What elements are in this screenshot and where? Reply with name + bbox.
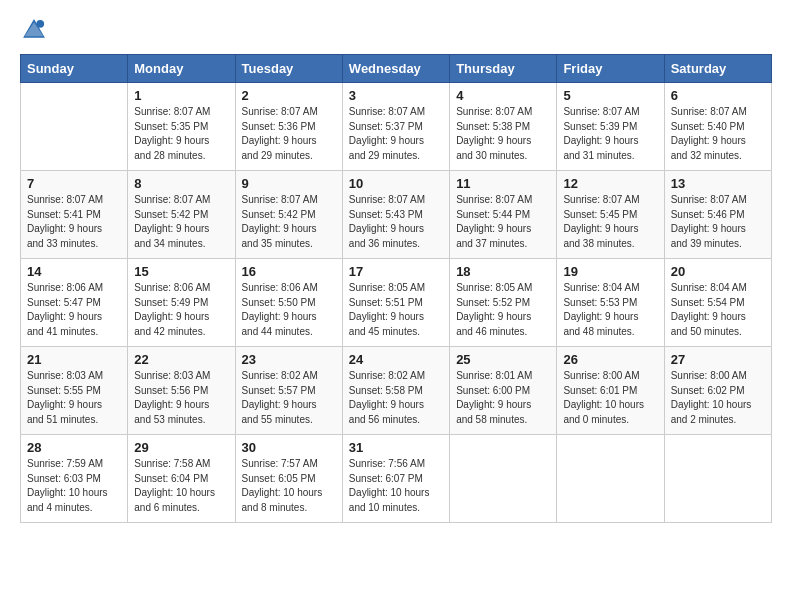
day-number: 24	[349, 352, 443, 367]
day-number: 29	[134, 440, 228, 455]
calendar-cell: 13Sunrise: 8:07 AM Sunset: 5:46 PM Dayli…	[664, 171, 771, 259]
day-info: Sunrise: 8:01 AM Sunset: 6:00 PM Dayligh…	[456, 369, 550, 427]
calendar-cell: 26Sunrise: 8:00 AM Sunset: 6:01 PM Dayli…	[557, 347, 664, 435]
calendar-cell: 14Sunrise: 8:06 AM Sunset: 5:47 PM Dayli…	[21, 259, 128, 347]
day-number: 17	[349, 264, 443, 279]
day-number: 23	[242, 352, 336, 367]
calendar-cell: 15Sunrise: 8:06 AM Sunset: 5:49 PM Dayli…	[128, 259, 235, 347]
day-number: 11	[456, 176, 550, 191]
day-info: Sunrise: 8:07 AM Sunset: 5:46 PM Dayligh…	[671, 193, 765, 251]
day-info: Sunrise: 8:07 AM Sunset: 5:43 PM Dayligh…	[349, 193, 443, 251]
weekday-header: Saturday	[664, 55, 771, 83]
calendar-cell: 5Sunrise: 8:07 AM Sunset: 5:39 PM Daylig…	[557, 83, 664, 171]
calendar-cell: 31Sunrise: 7:56 AM Sunset: 6:07 PM Dayli…	[342, 435, 449, 523]
calendar-cell: 9Sunrise: 8:07 AM Sunset: 5:42 PM Daylig…	[235, 171, 342, 259]
day-info: Sunrise: 8:03 AM Sunset: 5:55 PM Dayligh…	[27, 369, 121, 427]
day-number: 1	[134, 88, 228, 103]
day-info: Sunrise: 8:07 AM Sunset: 5:45 PM Dayligh…	[563, 193, 657, 251]
day-info: Sunrise: 8:07 AM Sunset: 5:37 PM Dayligh…	[349, 105, 443, 163]
calendar-cell: 18Sunrise: 8:05 AM Sunset: 5:52 PM Dayli…	[450, 259, 557, 347]
weekday-header: Sunday	[21, 55, 128, 83]
day-info: Sunrise: 8:07 AM Sunset: 5:41 PM Dayligh…	[27, 193, 121, 251]
day-info: Sunrise: 8:05 AM Sunset: 5:52 PM Dayligh…	[456, 281, 550, 339]
calendar-cell: 2Sunrise: 8:07 AM Sunset: 5:36 PM Daylig…	[235, 83, 342, 171]
day-info: Sunrise: 8:07 AM Sunset: 5:42 PM Dayligh…	[242, 193, 336, 251]
day-number: 27	[671, 352, 765, 367]
day-number: 13	[671, 176, 765, 191]
day-number: 28	[27, 440, 121, 455]
day-number: 16	[242, 264, 336, 279]
day-info: Sunrise: 8:07 AM Sunset: 5:36 PM Dayligh…	[242, 105, 336, 163]
calendar-cell: 11Sunrise: 8:07 AM Sunset: 5:44 PM Dayli…	[450, 171, 557, 259]
calendar-table: SundayMondayTuesdayWednesdayThursdayFrid…	[20, 54, 772, 523]
day-number: 30	[242, 440, 336, 455]
weekday-header: Monday	[128, 55, 235, 83]
day-info: Sunrise: 8:07 AM Sunset: 5:38 PM Dayligh…	[456, 105, 550, 163]
calendar-cell: 16Sunrise: 8:06 AM Sunset: 5:50 PM Dayli…	[235, 259, 342, 347]
day-info: Sunrise: 8:02 AM Sunset: 5:58 PM Dayligh…	[349, 369, 443, 427]
day-info: Sunrise: 8:07 AM Sunset: 5:44 PM Dayligh…	[456, 193, 550, 251]
day-info: Sunrise: 7:56 AM Sunset: 6:07 PM Dayligh…	[349, 457, 443, 515]
calendar-cell: 25Sunrise: 8:01 AM Sunset: 6:00 PM Dayli…	[450, 347, 557, 435]
weekday-header: Thursday	[450, 55, 557, 83]
day-number: 12	[563, 176, 657, 191]
day-number: 22	[134, 352, 228, 367]
logo-icon	[20, 16, 48, 44]
day-number: 14	[27, 264, 121, 279]
day-number: 25	[456, 352, 550, 367]
calendar-cell: 23Sunrise: 8:02 AM Sunset: 5:57 PM Dayli…	[235, 347, 342, 435]
day-number: 26	[563, 352, 657, 367]
day-number: 6	[671, 88, 765, 103]
day-number: 21	[27, 352, 121, 367]
weekday-header: Friday	[557, 55, 664, 83]
day-info: Sunrise: 8:07 AM Sunset: 5:39 PM Dayligh…	[563, 105, 657, 163]
day-info: Sunrise: 8:00 AM Sunset: 6:02 PM Dayligh…	[671, 369, 765, 427]
calendar-cell: 22Sunrise: 8:03 AM Sunset: 5:56 PM Dayli…	[128, 347, 235, 435]
calendar-cell: 1Sunrise: 8:07 AM Sunset: 5:35 PM Daylig…	[128, 83, 235, 171]
svg-point-3	[36, 20, 44, 28]
calendar-cell: 19Sunrise: 8:04 AM Sunset: 5:53 PM Dayli…	[557, 259, 664, 347]
day-info: Sunrise: 8:04 AM Sunset: 5:54 PM Dayligh…	[671, 281, 765, 339]
day-number: 19	[563, 264, 657, 279]
calendar-cell	[557, 435, 664, 523]
calendar-cell	[21, 83, 128, 171]
day-number: 31	[349, 440, 443, 455]
calendar-cell: 4Sunrise: 8:07 AM Sunset: 5:38 PM Daylig…	[450, 83, 557, 171]
day-info: Sunrise: 8:06 AM Sunset: 5:47 PM Dayligh…	[27, 281, 121, 339]
calendar-cell: 28Sunrise: 7:59 AM Sunset: 6:03 PM Dayli…	[21, 435, 128, 523]
calendar-cell: 24Sunrise: 8:02 AM Sunset: 5:58 PM Dayli…	[342, 347, 449, 435]
day-info: Sunrise: 8:02 AM Sunset: 5:57 PM Dayligh…	[242, 369, 336, 427]
calendar-cell: 20Sunrise: 8:04 AM Sunset: 5:54 PM Dayli…	[664, 259, 771, 347]
weekday-header: Wednesday	[342, 55, 449, 83]
day-number: 4	[456, 88, 550, 103]
day-info: Sunrise: 8:05 AM Sunset: 5:51 PM Dayligh…	[349, 281, 443, 339]
calendar-cell: 27Sunrise: 8:00 AM Sunset: 6:02 PM Dayli…	[664, 347, 771, 435]
day-info: Sunrise: 8:03 AM Sunset: 5:56 PM Dayligh…	[134, 369, 228, 427]
day-info: Sunrise: 8:04 AM Sunset: 5:53 PM Dayligh…	[563, 281, 657, 339]
day-number: 7	[27, 176, 121, 191]
day-info: Sunrise: 7:57 AM Sunset: 6:05 PM Dayligh…	[242, 457, 336, 515]
logo	[20, 16, 52, 44]
day-info: Sunrise: 7:59 AM Sunset: 6:03 PM Dayligh…	[27, 457, 121, 515]
day-number: 9	[242, 176, 336, 191]
day-info: Sunrise: 8:07 AM Sunset: 5:40 PM Dayligh…	[671, 105, 765, 163]
day-number: 18	[456, 264, 550, 279]
weekday-header: Tuesday	[235, 55, 342, 83]
calendar-cell: 30Sunrise: 7:57 AM Sunset: 6:05 PM Dayli…	[235, 435, 342, 523]
calendar-cell: 6Sunrise: 8:07 AM Sunset: 5:40 PM Daylig…	[664, 83, 771, 171]
calendar-cell	[664, 435, 771, 523]
day-info: Sunrise: 8:00 AM Sunset: 6:01 PM Dayligh…	[563, 369, 657, 427]
calendar-cell: 21Sunrise: 8:03 AM Sunset: 5:55 PM Dayli…	[21, 347, 128, 435]
calendar-cell: 10Sunrise: 8:07 AM Sunset: 5:43 PM Dayli…	[342, 171, 449, 259]
day-number: 2	[242, 88, 336, 103]
calendar-cell: 12Sunrise: 8:07 AM Sunset: 5:45 PM Dayli…	[557, 171, 664, 259]
day-number: 10	[349, 176, 443, 191]
day-number: 8	[134, 176, 228, 191]
calendar-cell	[450, 435, 557, 523]
day-number: 20	[671, 264, 765, 279]
day-number: 15	[134, 264, 228, 279]
calendar-cell: 7Sunrise: 8:07 AM Sunset: 5:41 PM Daylig…	[21, 171, 128, 259]
calendar-cell: 8Sunrise: 8:07 AM Sunset: 5:42 PM Daylig…	[128, 171, 235, 259]
day-info: Sunrise: 8:07 AM Sunset: 5:42 PM Dayligh…	[134, 193, 228, 251]
day-info: Sunrise: 8:07 AM Sunset: 5:35 PM Dayligh…	[134, 105, 228, 163]
